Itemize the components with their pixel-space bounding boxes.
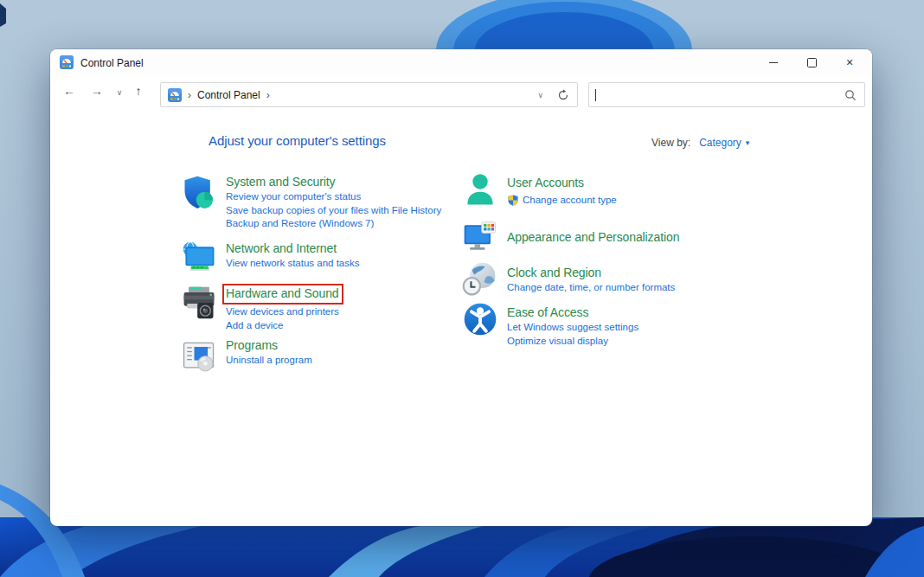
category-network-and-internet: Network and Internet View network status…: [180, 240, 359, 279]
task-link[interactable]: Backup and Restore (Windows 7): [226, 217, 441, 231]
back-button[interactable]: ←: [59, 84, 80, 98]
forward-button[interactable]: →: [87, 84, 107, 98]
category-title[interactable]: Hardware and Sound: [226, 284, 343, 305]
task-link[interactable]: View devices and printers: [226, 305, 343, 319]
maximize-icon: [807, 58, 817, 67]
uac-shield-icon: [507, 195, 519, 206]
category-title[interactable]: User Accounts: [507, 175, 617, 191]
category-system-and-security: System and Security Review your computer…: [180, 174, 441, 231]
maximize-button[interactable]: [792, 49, 831, 75]
programs-icon[interactable]: [180, 337, 218, 375]
window-controls: ×: [754, 49, 869, 75]
address-dropdown-chevron-icon[interactable]: ∨: [537, 91, 543, 99]
minimize-button[interactable]: [754, 49, 792, 75]
category-title[interactable]: Ease of Access: [507, 305, 638, 321]
category-ease-of-access: Ease of Access Let Windows suggest setti…: [461, 305, 638, 348]
titlebar[interactable]: Control Panel ×: [50, 49, 872, 75]
text-caret: [595, 89, 596, 101]
category-appearance-and-personalization: Appearance and Personalization: [461, 227, 679, 256]
task-link[interactable]: Optimize visual display: [507, 335, 638, 349]
category-title[interactable]: Clock and Region: [507, 265, 675, 281]
control-panel-icon: [60, 55, 74, 69]
search-box[interactable]: [588, 82, 865, 107]
task-link[interactable]: Change account type: [507, 194, 617, 208]
control-panel-icon: [168, 88, 182, 102]
close-button[interactable]: ×: [831, 49, 869, 75]
ease-of-access-icon[interactable]: [461, 300, 499, 338]
category-title[interactable]: System and Security: [226, 174, 441, 190]
task-link[interactable]: Change date, time, or number formats: [507, 281, 675, 295]
task-link[interactable]: Add a device: [226, 319, 343, 333]
task-link[interactable]: Save backup copies of your files with Fi…: [226, 204, 441, 218]
address-bar[interactable]: › Control Panel › ∨: [160, 82, 578, 107]
page-title: Adjust your computer's settings: [209, 133, 386, 148]
clock-region-icon[interactable]: [461, 260, 499, 298]
close-icon: ×: [846, 56, 853, 68]
window-title: Control Panel: [80, 57, 144, 69]
search-icon[interactable]: [844, 89, 857, 101]
category-title[interactable]: Appearance and Personalization: [507, 229, 679, 246]
category-title[interactable]: Programs: [226, 337, 312, 354]
desktop: { "window": { "title": "Control Panel" }…: [0, 0, 924, 577]
up-button[interactable]: ↑: [128, 84, 149, 98]
control-panel-window: Control Panel × ← → ∨ ↑ › Control Panel …: [50, 49, 872, 526]
task-link[interactable]: Uninstall a program: [226, 354, 312, 368]
category-title[interactable]: Network and Internet: [226, 240, 359, 257]
category-hardware-and-sound: Hardware and Sound View devices and prin…: [180, 284, 343, 332]
breadcrumb-control-panel[interactable]: Control Panel: [197, 89, 260, 101]
user-accounts-icon[interactable]: [461, 171, 499, 209]
category-programs: Programs Uninstall a program: [180, 337, 312, 375]
chevron-right-icon: ›: [188, 89, 191, 101]
task-link[interactable]: Review your computer's status: [226, 190, 441, 204]
recent-pages-chevron-icon[interactable]: ∨: [109, 88, 130, 97]
category-clock-and-region: Clock and Region Change date, time, or n…: [461, 265, 675, 298]
view-by-dropdown[interactable]: Category: [699, 137, 741, 149]
view-by-label: View by:: [651, 137, 690, 149]
system-security-icon[interactable]: [180, 174, 218, 212]
hardware-sound-icon[interactable]: [180, 284, 218, 322]
task-link[interactable]: View network status and tasks: [226, 257, 359, 271]
minimize-icon: [769, 62, 778, 63]
task-link[interactable]: Let Windows suggest settings: [507, 321, 638, 335]
chevron-right-icon[interactable]: ›: [266, 89, 270, 101]
view-by-control: View by: Category ▾: [651, 137, 749, 149]
refresh-icon[interactable]: [557, 89, 569, 101]
appearance-personalization-icon[interactable]: [461, 218, 499, 256]
dropdown-arrow-icon[interactable]: ▾: [746, 138, 750, 147]
category-user-accounts: User Accounts Change account type: [461, 175, 617, 209]
search-input[interactable]: [598, 88, 844, 102]
highlight-box[interactable]: Hardware and Sound: [222, 284, 343, 305]
network-internet-icon[interactable]: [180, 240, 218, 279]
